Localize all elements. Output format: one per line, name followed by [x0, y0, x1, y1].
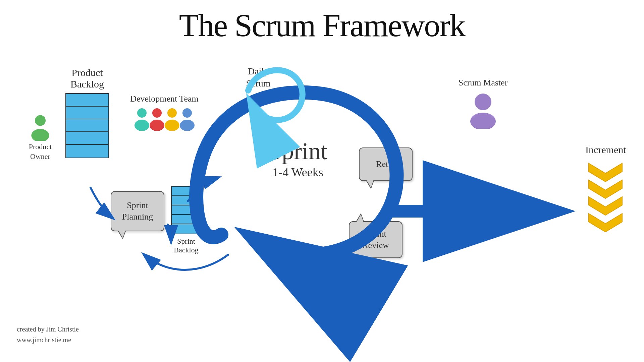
product-backlog-title: Product Backlog [65, 67, 109, 90]
credit-line2: www.jimchristie.me [17, 335, 79, 345]
svg-point-6 [167, 108, 177, 118]
page-title: The Scrum Framework [0, 0, 644, 44]
daily-scrum-label: Daily Scrum [228, 65, 288, 90]
svg-point-0 [35, 115, 46, 126]
increment-chevrons [585, 158, 626, 232]
team-icons [127, 107, 201, 131]
svg-point-1 [31, 129, 49, 141]
sprint-backlog-row [172, 196, 201, 205]
svg-point-2 [137, 108, 147, 118]
credit-line1: created by Jim Christie [17, 324, 79, 335]
sprint-backlog-row [172, 205, 201, 215]
scrum-master-label: Scrum Master [456, 77, 510, 88]
sprint-backlog-label: Sprint Backlog [171, 237, 201, 254]
svg-point-9 [180, 120, 195, 131]
backlog-row [66, 132, 108, 145]
sprint-backlog-grid [171, 186, 201, 234]
sprint-backlog-row [172, 215, 201, 224]
sprint-planning-box: Sprint Planning [111, 191, 164, 231]
sprint-label: Sprint [268, 137, 327, 165]
credit-section: created by Jim Christie www.jimchristie.… [17, 324, 79, 345]
svg-marker-15 [589, 163, 622, 182]
backlog-row [66, 94, 108, 107]
backlog-row [66, 107, 108, 119]
sprint-review-bubble: Sprint Review [349, 221, 402, 258]
retro-box: Retro [359, 147, 413, 181]
increment-section: Increment [585, 144, 626, 233]
svg-marker-12 [589, 214, 622, 232]
svg-point-10 [475, 94, 491, 110]
product-owner-icon [27, 114, 54, 141]
arrows-overlay [0, 0, 644, 362]
product-owner-label: Product Owner [20, 142, 60, 161]
scrum-master-icon [466, 92, 500, 129]
daily-scrum-section: Daily Scrum [228, 65, 288, 90]
product-owner-section: Product Owner [20, 114, 60, 161]
svg-point-11 [470, 113, 496, 129]
svg-marker-14 [589, 180, 622, 198]
sprint-backlog-section: Sprint Backlog [171, 186, 201, 254]
scrum-master-section: Scrum Master [456, 77, 510, 129]
sprint-backlog-row [172, 224, 201, 234]
sprint-planning-bubble: Sprint Planning [111, 191, 164, 231]
sprint-review-label: Sprint Review [362, 228, 389, 251]
retro-bubble: Retro [359, 147, 413, 181]
product-backlog-section: Product Backlog [65, 67, 109, 158]
backlog-row [66, 119, 108, 132]
sprint-duration: 1-4 Weeks [268, 165, 327, 179]
sprint-center: Sprint 1-4 Weeks [268, 137, 327, 179]
svg-point-8 [182, 108, 192, 118]
svg-marker-13 [589, 197, 622, 215]
product-backlog-grid [65, 93, 109, 158]
sprint-planning-label: Sprint Planning [122, 200, 153, 223]
increment-label: Increment [585, 144, 626, 156]
team-member-blue [177, 107, 197, 131]
svg-point-4 [152, 108, 162, 118]
sprint-backlog-row [172, 187, 201, 196]
retro-label: Retro [376, 159, 395, 170]
dev-team-section: Development Team [127, 94, 201, 131]
dev-team-label: Development Team [127, 94, 201, 104]
sprint-review-box: Sprint Review [349, 221, 402, 258]
backlog-row [66, 145, 108, 158]
